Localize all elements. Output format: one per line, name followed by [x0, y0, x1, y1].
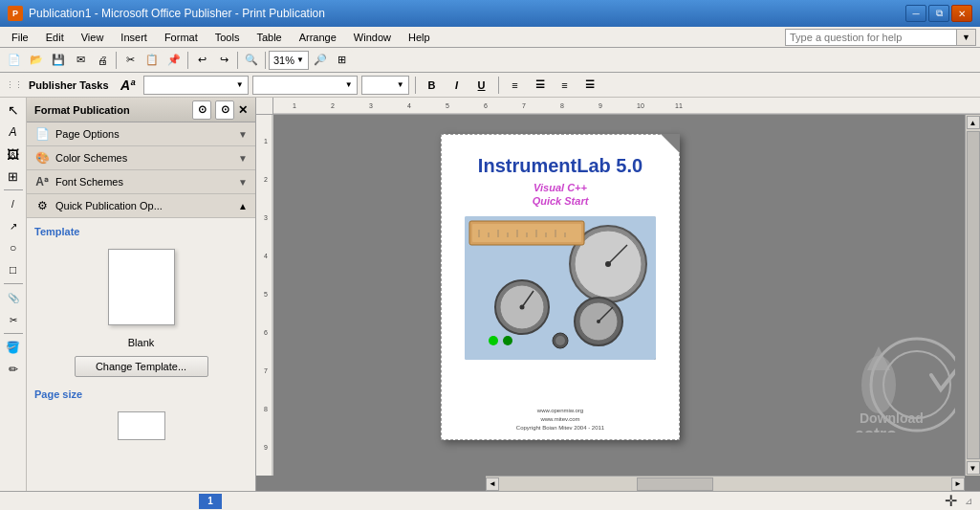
text-tool[interactable]: A [3, 122, 24, 143]
section-color-schemes[interactable]: 🎨 Color Schemes ▼ [27, 146, 255, 170]
menu-arrange[interactable]: Arrange [292, 30, 344, 45]
bold-button[interactable]: B [422, 76, 443, 95]
section-page-options[interactable]: 📄 Page Options ▼ [27, 122, 255, 146]
color-schemes-icon: 🎨 [34, 150, 50, 166]
justify-button[interactable]: ☰ [579, 76, 600, 95]
undo-button[interactable]: ↩ [191, 50, 212, 71]
sep5 [415, 77, 416, 94]
open-button[interactable]: 📂 [26, 50, 47, 71]
svg-text:1: 1 [264, 138, 268, 144]
subtitle-line2: Quick Start [533, 195, 589, 207]
table-tool[interactable]: ⊞ [3, 166, 24, 187]
canvas-inner: InstrumentLab 5.0 Visual C++ Quick Start [273, 115, 847, 476]
ruler-row: 1 2 3 4 5 6 7 8 9 10 11 [256, 98, 980, 115]
toolbar1: 📄 📂 💾 ✉ 🖨 ✂ 📋 📌 ↩ ↪ 🔍 31% ▼ 🔎 ⊞ [0, 48, 980, 73]
panel-nav-icon1[interactable]: ⊙ [192, 100, 211, 120]
publication-page[interactable]: InstrumentLab 5.0 Visual C++ Quick Start [441, 134, 680, 440]
svg-marker-57 [867, 346, 890, 370]
font-size-dropdown[interactable]: ▼ [361, 76, 409, 95]
svg-point-56 [861, 356, 896, 413]
print-button[interactable]: 🖨 [92, 50, 113, 71]
paste-button[interactable]: 📌 [163, 50, 185, 71]
menu-format[interactable]: Format [157, 30, 206, 45]
zoom-dropdown-arrow[interactable]: ▼ [296, 55, 304, 64]
menu-edit[interactable]: Edit [38, 30, 72, 45]
underline-button[interactable]: U [471, 76, 492, 95]
font-name-dropdown[interactable]: ▼ [252, 76, 358, 95]
color-schemes-arrow: ▼ [238, 153, 248, 164]
change-template-button[interactable]: Change Template... [75, 356, 208, 377]
menu-insert[interactable]: Insert [113, 30, 155, 45]
align-right-button[interactable]: ≡ [555, 76, 576, 95]
restore-button[interactable]: ⧉ [928, 5, 949, 22]
fill-tool[interactable]: 🪣 [3, 337, 24, 358]
menu-help[interactable]: Help [401, 30, 438, 45]
copy-button[interactable]: 📋 [142, 50, 163, 71]
align-center-button[interactable]: ☰ [530, 76, 551, 95]
pointer-tool[interactable]: ↖ [3, 100, 24, 121]
left-toolstrip: ↖ A 🖼 ⊞ / ↗ ○ □ 📎 ✂ 🪣 ✏ [0, 98, 27, 491]
pen-tool[interactable]: ✏ [3, 359, 24, 380]
zoom-box[interactable]: 31% ▼ [269, 51, 309, 70]
scroll-up-button[interactable]: ▲ [967, 116, 980, 129]
svg-point-54 [871, 339, 955, 431]
email-button[interactable]: ✉ [70, 50, 91, 71]
svg-text:9: 9 [599, 102, 602, 109]
svg-text:4: 4 [407, 102, 411, 109]
menu-tools[interactable]: Tools [207, 30, 248, 45]
sep3 [237, 52, 238, 69]
align-left-button[interactable]: ≡ [505, 76, 526, 95]
scroll-thumb-v[interactable] [967, 131, 980, 459]
svg-text:astro: astro [855, 425, 897, 432]
crop-tool[interactable]: ✂ [3, 309, 24, 330]
minimize-button[interactable]: ─ [905, 5, 926, 22]
italic-button[interactable]: I [446, 76, 468, 95]
menu-file[interactable]: File [4, 30, 36, 45]
scroll-left-button[interactable]: ◄ [486, 477, 499, 491]
horizontal-scrollbar[interactable]: ◄ ► [486, 476, 965, 491]
tasks-font-icon[interactable]: Aª [117, 75, 140, 96]
menu-window[interactable]: Window [346, 30, 399, 45]
svg-text:7: 7 [522, 102, 526, 109]
vertical-scrollbar[interactable]: ▲ ▼ [965, 115, 980, 476]
svg-text:11: 11 [675, 102, 683, 109]
menu-table[interactable]: Table [249, 30, 289, 45]
panel-nav-icon2[interactable]: ⊙ [215, 100, 234, 120]
zoom-out-button[interactable]: 🔎 [310, 50, 331, 71]
window-title: Publication1 - Microsoft Office Publishe… [29, 7, 325, 20]
section-font-schemes[interactable]: Aᵃ Font Schemes ▼ [27, 170, 255, 194]
canvas-scroll[interactable]: InstrumentLab 5.0 Visual C++ Quick Start [273, 115, 965, 476]
oval-tool[interactable]: ○ [3, 237, 24, 258]
scroll-down-button[interactable]: ▼ [967, 461, 980, 475]
cursor-indicator: ✛ [945, 492, 957, 510]
zoom-page-button[interactable]: ⊞ [332, 50, 353, 71]
footer-line2: www.mitev.com [516, 415, 604, 424]
help-search-input[interactable] [786, 32, 956, 43]
publisher-tasks-toolbar: ⋮⋮ Publisher Tasks Aª ▼ ▼ ▼ B I U ≡ ☰ ≡ … [0, 73, 980, 98]
menu-view[interactable]: View [74, 30, 112, 45]
save-button[interactable]: 💾 [48, 50, 69, 71]
scroll-thumb-h[interactable] [637, 477, 713, 491]
picture-tool[interactable]: 🖼 [3, 144, 24, 165]
quick-pub-header[interactable]: ⚙ Quick Publication Op... ▲ [27, 194, 255, 218]
panel-close-button[interactable]: ✕ [238, 103, 248, 117]
new-button[interactable]: 📄 [4, 50, 25, 71]
redo-button[interactable]: ↪ [213, 50, 234, 71]
publication-image [465, 216, 656, 360]
close-button[interactable]: ✕ [951, 5, 972, 22]
arrow-tool[interactable]: ↗ [3, 215, 24, 236]
zoom-in-button[interactable]: 🔍 [241, 50, 262, 71]
canvas-area: 1 2 3 4 5 6 7 8 9 10 11 [256, 98, 980, 491]
help-search-arrow[interactable]: ▼ [956, 30, 975, 45]
rect-tool[interactable]: □ [3, 259, 24, 280]
scroll-right-button[interactable]: ► [951, 477, 965, 491]
svg-text:6: 6 [484, 102, 488, 109]
current-page-number[interactable]: 1 [199, 494, 222, 509]
help-search-box[interactable]: ▼ [785, 29, 976, 46]
toolbar-grip: ⋮⋮ [4, 75, 25, 96]
cut-button[interactable]: ✂ [120, 50, 141, 71]
style-dropdown[interactable]: ▼ [143, 76, 249, 95]
line-tool[interactable]: / [3, 193, 24, 214]
clip-tool[interactable]: 📎 [3, 287, 24, 308]
quick-publication-section: ⚙ Quick Publication Op... ▲ Template Bla… [27, 194, 255, 491]
